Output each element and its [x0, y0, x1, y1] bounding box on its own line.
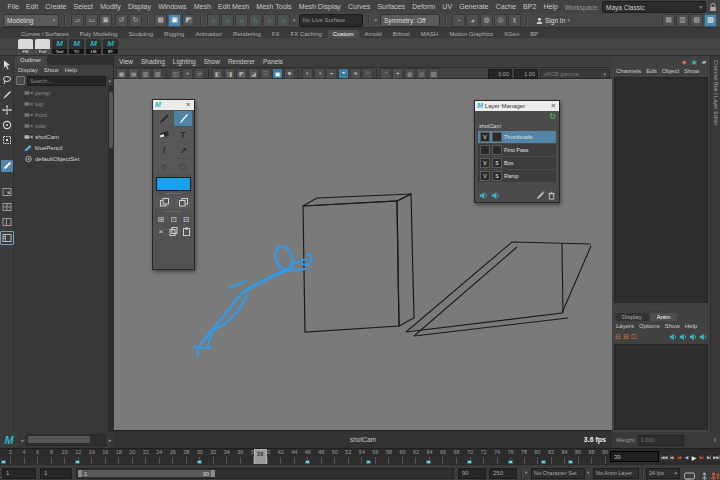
scrollbar-track[interactable]: ···	[26, 434, 106, 446]
grid-icon[interactable]: ◧	[212, 68, 223, 79]
viewport-menu-item[interactable]: Panels	[263, 58, 283, 65]
move-tool-button[interactable]	[1, 104, 13, 116]
outliner-menu-item[interactable]: Display	[18, 67, 38, 73]
snap-to-point-icon[interactable]: ∩	[235, 14, 248, 27]
step-forward-key-button[interactable]: ▶|	[698, 455, 706, 460]
rectangle-tool-button[interactable]: □	[174, 159, 192, 174]
layer-manager-title-bar[interactable]: M Layer Manager ✕	[475, 101, 559, 111]
eraser-button[interactable]	[155, 127, 173, 142]
shelf-tab[interactable]: Custom	[328, 30, 359, 38]
render-current-frame-icon[interactable]: ◕	[466, 14, 479, 27]
channel-box-menu-item[interactable]: Show	[684, 68, 699, 74]
arrow-tool-button[interactable]: ↗	[174, 143, 192, 158]
weight-field[interactable]: 1.000	[638, 435, 684, 446]
outliner-tab[interactable]: Outliner	[14, 56, 47, 65]
scale-tool-button[interactable]	[1, 134, 13, 146]
create-override-layer-icon[interactable]: ⊡	[631, 332, 637, 342]
exposure-icon[interactable]: ◎	[416, 68, 427, 79]
solo-toggle[interactable]	[492, 145, 502, 155]
current-frame-field[interactable]: 39	[610, 451, 659, 462]
character-set-icon[interactable]: ◆	[680, 57, 688, 65]
speaker-icon[interactable]	[491, 191, 500, 200]
animation-start-field[interactable]: 1	[2, 468, 36, 479]
menu-item[interactable]: Cache	[492, 3, 519, 10]
select-component-icon[interactable]: ◩	[182, 14, 195, 27]
line-tool-button[interactable]: /	[155, 143, 173, 158]
script-editor-icon[interactable]	[684, 468, 695, 480]
live-surface-field[interactable]: No Live Surface	[299, 14, 363, 27]
sign-in-button[interactable]: Sign In ▾	[533, 15, 573, 26]
outliner-item[interactable]: defaultObjectSet	[14, 153, 108, 164]
anim-layer-dropdown[interactable]: No Anim Layer	[593, 468, 639, 479]
range-slider-track[interactable]: 1 90	[76, 468, 454, 479]
menu-item[interactable]: Display	[124, 3, 154, 10]
redo-icon[interactable]: ↻	[129, 14, 142, 27]
use-all-lights-icon[interactable]: ◓	[338, 68, 349, 79]
ipr-render-icon[interactable]: ◍	[480, 14, 493, 27]
playback-start-field[interactable]: 1	[40, 468, 72, 479]
outliner-menu-item[interactable]: Help	[65, 67, 77, 73]
shelf-button-fm[interactable]: FM	[18, 39, 33, 54]
ellipse-tool-button[interactable]: ○	[155, 159, 173, 174]
shelf-button-bt[interactable]: M BT	[103, 39, 118, 54]
chevron-down-icon[interactable]: ▾	[375, 17, 378, 23]
outliner-menu-item[interactable]: Show	[44, 67, 59, 73]
select-object-icon[interactable]: ▣	[168, 14, 181, 27]
weight-slider-icon[interactable]: ‖	[714, 437, 716, 443]
select-camera-icon[interactable]: ▦	[116, 68, 127, 79]
shadows-icon[interactable]: ●	[350, 68, 361, 79]
draw-brush-button[interactable]	[174, 111, 192, 126]
shelf-tab[interactable]: Sculpting	[123, 30, 158, 38]
menu-item[interactable]: Mesh Display	[295, 3, 344, 10]
snap-to-plane-icon[interactable]: ∩	[249, 14, 262, 27]
shelf-button-to[interactable]: M TO	[69, 39, 84, 54]
go-to-start-button[interactable]: |◀◀	[660, 455, 668, 460]
anim-layer-list[interactable]	[614, 344, 708, 430]
menu-item[interactable]: Surfaces	[374, 3, 409, 10]
zero-weight-layer-icon[interactable]	[679, 333, 687, 341]
layer-row[interactable]: First Pass	[478, 144, 556, 156]
zero-key-layer-icon[interactable]	[669, 333, 677, 341]
single-pane-layout-button[interactable]	[1, 186, 13, 198]
scroll-left-icon[interactable]: ◂	[19, 437, 25, 443]
toolbox-title-bar[interactable]: M ✕	[153, 100, 194, 110]
speaker-icon[interactable]	[479, 191, 488, 200]
menu-set-dropdown[interactable]: Modeling▾	[3, 14, 59, 27]
text-tool-button[interactable]: T	[174, 127, 192, 142]
mute-layer-icon[interactable]	[689, 333, 697, 341]
image-plane-icon[interactable]: ◫	[170, 68, 181, 79]
outliner-item[interactable]: front	[14, 109, 108, 120]
menu-item[interactable]: Modify	[97, 3, 125, 10]
select-hierarchy-icon[interactable]: ▦	[154, 14, 167, 27]
draw-pencil-button[interactable]	[155, 111, 173, 126]
outliner-item[interactable]: shotCam	[14, 131, 108, 142]
search-input[interactable]: Search...	[27, 76, 106, 86]
trash-icon[interactable]	[547, 191, 556, 200]
snap-to-curve-icon[interactable]: ∩	[221, 14, 234, 27]
timeline-current-frame[interactable]: 39	[254, 449, 267, 465]
visibility-toggle[interactable]: V	[480, 171, 490, 181]
scrollbar-thumb[interactable]: ···	[28, 436, 90, 443]
chevron-down-icon[interactable]: ▾	[293, 17, 296, 23]
copy-frame-button[interactable]	[168, 226, 180, 237]
new-scene-icon[interactable]: ▱	[71, 14, 84, 27]
fps-dropdown[interactable]: 24 fps▾	[646, 468, 680, 479]
motion-blur-icon[interactable]: ▨	[428, 68, 439, 79]
open-scene-icon[interactable]: ▭	[85, 14, 98, 27]
outliner-item[interactable]: persp	[14, 87, 108, 98]
viewport-menu-item[interactable]: Shading	[141, 58, 165, 65]
menu-item[interactable]: Windows	[155, 3, 191, 10]
outliner-item[interactable]: top	[14, 98, 108, 109]
isolate-select-icon[interactable]: ◔	[380, 68, 391, 79]
viewport-bar-icon[interactable]	[208, 69, 209, 78]
layer-row[interactable]: V Thumbnails	[478, 131, 556, 143]
gamma-field[interactable]: 1.00	[514, 69, 538, 79]
menu-item[interactable]: File	[4, 3, 22, 10]
duplicate-frame-icon[interactable]: ⊡	[168, 214, 180, 225]
close-icon[interactable]: ✕	[551, 102, 557, 110]
bookmark-icon[interactable]: ▧	[152, 68, 163, 79]
shelf-tab[interactable]: MASH	[416, 30, 443, 38]
viewport-menu-item[interactable]: Lighting	[173, 58, 196, 65]
send-backward-button[interactable]	[174, 196, 192, 209]
step-back-key-button[interactable]: |◀	[675, 455, 683, 460]
